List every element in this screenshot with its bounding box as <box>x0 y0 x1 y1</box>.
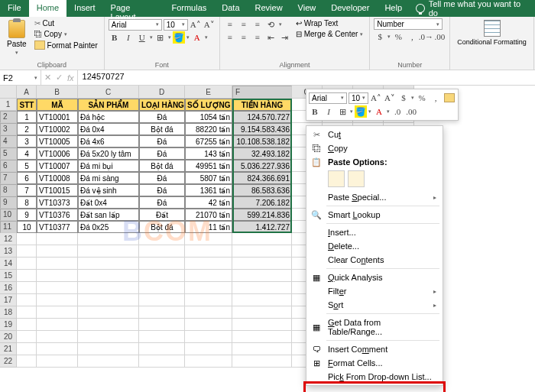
cell[interactable]: Đá <box>139 111 185 123</box>
cell[interactable]: VT10006 <box>37 147 78 160</box>
cell[interactable]: 143 tấn <box>185 147 232 160</box>
cell[interactable]: 7.206.182 <box>232 196 292 209</box>
mini-fmt-painter[interactable] <box>443 92 456 104</box>
row-header[interactable]: 16 <box>0 282 17 294</box>
percent-button[interactable]: % <box>392 31 404 43</box>
cell[interactable] <box>185 306 232 319</box>
row-header[interactable]: 3 <box>0 123 17 135</box>
ctx-insert-comment[interactable]: 🗨Insert Comment <box>306 342 443 356</box>
cell[interactable]: 32.493.182 <box>232 147 292 160</box>
col-header-d[interactable]: D <box>139 86 185 99</box>
row-header[interactable]: 14 <box>0 258 17 270</box>
cell[interactable] <box>139 282 185 294</box>
cell[interactable] <box>139 270 185 282</box>
cell[interactable]: Đá hộc <box>78 111 139 123</box>
borders-button[interactable]: ⊞ <box>154 31 167 44</box>
cell[interactable]: 5 <box>17 160 37 172</box>
cell[interactable] <box>139 245 185 258</box>
cell[interactable] <box>185 282 232 294</box>
cell[interactable]: Đá 0x4 <box>78 123 139 135</box>
tab-help[interactable]: Help <box>377 0 410 17</box>
cell[interactable] <box>185 294 232 306</box>
cell[interactable]: 1361 tấn <box>185 184 232 196</box>
cancel-icon[interactable]: ✕ <box>44 73 51 83</box>
cell[interactable]: 11 tấn <box>185 221 232 233</box>
cell[interactable] <box>139 331 185 343</box>
col-header-f[interactable]: F <box>232 86 292 99</box>
cell[interactable] <box>37 343 78 355</box>
cell[interactable] <box>139 306 185 319</box>
orientation-button[interactable]: ⟲ <box>265 18 277 31</box>
align-left-button[interactable]: ≡ <box>224 31 236 44</box>
cell[interactable] <box>17 233 37 245</box>
cell[interactable] <box>17 343 37 355</box>
cell[interactable]: 9 <box>17 209 37 221</box>
ctx-quick-analysis[interactable]: ▦Quick Analysis <box>306 271 443 284</box>
tab-view[interactable]: View <box>290 0 324 17</box>
cell[interactable] <box>185 233 232 245</box>
row-header[interactable]: 18 <box>0 306 17 319</box>
underline-button[interactable]: U <box>136 31 148 44</box>
cell[interactable]: 49951 tấn <box>185 160 232 172</box>
fill-color-button[interactable]: 🪣 <box>173 31 185 44</box>
mini-size-select[interactable]: 10▾ <box>349 92 368 104</box>
cell[interactable]: 2 <box>17 123 37 135</box>
row-header[interactable]: 13 <box>0 245 17 258</box>
tab-file[interactable]: File <box>0 0 29 17</box>
cell[interactable]: VT10008 <box>37 172 78 184</box>
cell[interactable]: 88220 tấn <box>185 123 232 135</box>
number-format-select[interactable]: Number▾ <box>374 18 443 30</box>
row-header[interactable]: 5 <box>0 147 17 160</box>
mini-font-color[interactable]: A <box>373 105 385 118</box>
cell[interactable]: 7 <box>17 184 37 196</box>
font-color-button[interactable]: A <box>191 31 203 44</box>
cell[interactable] <box>232 282 292 294</box>
row-header[interactable]: 17 <box>0 294 17 306</box>
ctx-filter[interactable]: Filter▸ <box>306 284 443 298</box>
cell[interactable]: 124.570.727 <box>232 111 292 123</box>
cell[interactable]: VT10007 <box>37 160 78 172</box>
cell[interactable] <box>17 258 37 270</box>
merge-center-button[interactable]: ⊟Merge & Center▾ <box>293 29 366 39</box>
cell[interactable]: Đá <box>139 184 185 196</box>
row-header[interactable]: 20 <box>0 331 17 343</box>
row-header[interactable]: 12 <box>0 233 17 245</box>
cell[interactable]: 10.108.538.182 <box>232 135 292 147</box>
cell[interactable]: Đá 0x25 <box>78 221 139 233</box>
cell[interactable] <box>232 233 292 245</box>
cell[interactable]: VT10376 <box>37 209 78 221</box>
mini-inc-dec[interactable]: .0 <box>391 105 404 118</box>
row-header[interactable]: 6 <box>0 160 17 172</box>
cell[interactable]: 8 <box>17 196 37 209</box>
cell[interactable]: 67255 tấn <box>185 135 232 147</box>
italic-button[interactable]: I <box>122 31 135 44</box>
cell[interactable] <box>78 245 139 258</box>
mini-comma[interactable]: , <box>430 92 442 104</box>
row-header[interactable]: 21 <box>0 343 17 355</box>
cell[interactable] <box>232 343 292 355</box>
cell[interactable]: 6 <box>17 172 37 184</box>
cell[interactable] <box>185 355 232 368</box>
cell[interactable]: Đá mi sàng <box>78 172 139 184</box>
row-header[interactable]: 9 <box>0 196 17 209</box>
ctx-insert[interactable]: Insert... <box>306 225 443 239</box>
font-family-select[interactable]: Arial▾ <box>109 19 162 31</box>
increase-font-button[interactable]: A˄ <box>190 18 202 31</box>
cell[interactable]: 4 <box>17 147 37 160</box>
cell[interactable]: Đá 4x6 <box>78 135 139 147</box>
ctx-sort[interactable]: Sort▸ <box>306 298 443 312</box>
font-size-select[interactable]: 10▾ <box>164 19 188 31</box>
tell-me[interactable]: Tell me what you want to do <box>410 0 535 17</box>
format-painter-button[interactable]: Format Painter <box>32 40 100 50</box>
decrease-indent-button[interactable]: ⇤ <box>265 31 277 44</box>
cell[interactable] <box>17 319 37 331</box>
cell[interactable] <box>139 355 185 368</box>
mini-percent[interactable]: % <box>416 92 428 104</box>
cell[interactable]: VT10373 <box>37 196 78 209</box>
col-header-b[interactable]: B <box>37 86 78 99</box>
cell[interactable] <box>17 270 37 282</box>
cell[interactable] <box>185 331 232 343</box>
cell[interactable] <box>17 331 37 343</box>
copy-button[interactable]: ⿻Copy▾ <box>32 29 100 39</box>
cell[interactable] <box>232 270 292 282</box>
